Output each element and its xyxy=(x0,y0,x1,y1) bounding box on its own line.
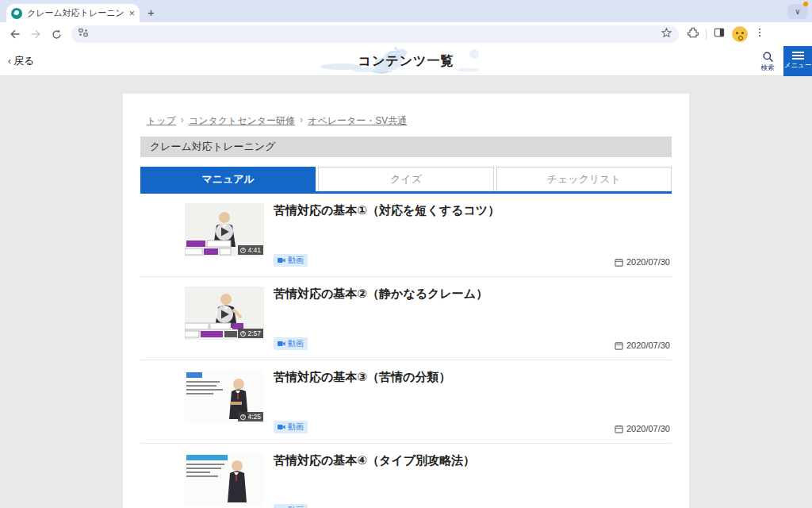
video-camera-icon xyxy=(278,341,285,347)
search-label: 検索 xyxy=(761,64,775,73)
publish-date: 2020/07/30 xyxy=(615,341,672,350)
new-tab-button[interactable]: + xyxy=(147,6,155,19)
video-type-badge: 動画 xyxy=(274,337,308,350)
video-title[interactable]: 苦情対応の基本④（タイプ別攻略法） xyxy=(274,453,672,468)
page-body: トップ › コンタクトセンター研修 › オペレーター・SV共通 クレーム対応トレ… xyxy=(0,76,812,508)
breadcrumb-separator: › xyxy=(181,114,184,128)
content-list-item[interactable]: 4:41 苦情対応の基本①（対応を短くするコツ） 動画 2020/07/30 xyxy=(140,194,672,277)
publish-date: 2020/07/30 xyxy=(615,257,672,267)
header-title-area: コンテンツ一覧 xyxy=(0,46,812,76)
toolbar-divider xyxy=(706,29,707,40)
menu-dots-icon[interactable] xyxy=(754,27,765,41)
content-list-item[interactable]: 2:57 苦情対応の基本②（静かなるクレーム） 動画 2020/07/30 xyxy=(140,277,672,360)
breadcrumb-link-top[interactable]: トップ xyxy=(147,114,176,128)
clock-icon xyxy=(240,331,246,337)
address-bar[interactable] xyxy=(71,25,679,43)
video-thumbnail[interactable]: 4:41 xyxy=(185,203,264,256)
site-settings-icon[interactable] xyxy=(78,27,89,41)
browser-tab[interactable]: クレーム対応トレーニング × xyxy=(6,4,140,22)
video-thumbnail[interactable]: 4:25 xyxy=(185,370,264,423)
bookmark-star-icon[interactable] xyxy=(661,27,672,42)
side-panel-icon[interactable] xyxy=(713,26,726,42)
video-title[interactable]: 苦情対応の基本③（苦情の分類） xyxy=(274,370,672,385)
page-title-bar: クレーム対応トレーニング xyxy=(140,137,672,157)
tab-close-icon[interactable]: × xyxy=(128,8,135,18)
page-title: クレーム対応トレーニング xyxy=(150,140,275,154)
video-title[interactable]: 苦情対応の基本②（静かなるクレーム） xyxy=(274,287,672,302)
notification-dot xyxy=(803,2,808,6)
calendar-icon xyxy=(615,258,623,267)
content-tabs: マニュアル クイズ チェックリスト xyxy=(140,167,672,194)
publish-date: 2020/07/30 xyxy=(615,424,672,433)
reload-icon[interactable] xyxy=(46,24,67,44)
duration-badge: 4:41 xyxy=(238,245,263,255)
menu-label: メニュー xyxy=(784,61,812,71)
clock-icon xyxy=(240,414,246,420)
video-thumbnail[interactable] xyxy=(185,453,264,506)
hamburger-icon xyxy=(792,52,804,60)
browser-tab-title: クレーム対応トレーニング xyxy=(27,7,124,19)
video-thumbnail[interactable]: 2:57 xyxy=(185,287,264,340)
video-type-badge: 動画 xyxy=(274,421,308,433)
duration-badge: 4:25 xyxy=(238,412,263,421)
site-favicon xyxy=(11,8,22,19)
video-title[interactable]: 苦情対応の基本①（対応を短くするコツ） xyxy=(274,203,672,218)
extensions-icon[interactable] xyxy=(687,26,699,42)
calendar-icon xyxy=(615,341,623,350)
browser-toolbar xyxy=(0,22,812,46)
video-type-badge: 動画 xyxy=(274,254,308,267)
breadcrumb-link-common[interactable]: オペレーター・SV共通 xyxy=(308,114,407,128)
content-card: トップ › コンタクトセンター研修 › オペレーター・SV共通 クレーム対応トレ… xyxy=(123,94,689,508)
video-type-badge: 動画 xyxy=(274,504,308,508)
tab-manual[interactable]: マニュアル xyxy=(140,167,316,191)
duration-badge: 2:57 xyxy=(238,329,263,338)
menu-button[interactable]: メニュー xyxy=(783,46,812,76)
video-camera-icon xyxy=(278,257,285,264)
profile-avatar[interactable] xyxy=(732,26,748,42)
breadcrumb-link-training[interactable]: コンタクトセンター研修 xyxy=(189,114,295,128)
search-button[interactable]: 検索 xyxy=(755,48,780,75)
tab-quiz[interactable]: クイズ xyxy=(318,167,493,191)
clock-icon xyxy=(240,248,246,253)
video-camera-icon xyxy=(278,424,285,430)
page-header-title: コンテンツ一覧 xyxy=(358,53,454,70)
tab-checklist[interactable]: チェックリスト xyxy=(496,167,672,191)
content-list-item[interactable]: 苦情対応の基本④（タイプ別攻略法） 動画 xyxy=(140,444,672,508)
forward-icon[interactable] xyxy=(25,24,46,44)
site-header: ‹ 戻る コンテンツ一覧 検索 メニュー xyxy=(0,46,812,76)
breadcrumb: トップ › コンタクトセンター研修 › オペレーター・SV共通 xyxy=(140,114,672,128)
back-icon[interactable] xyxy=(5,24,25,44)
content-list-item[interactable]: 4:25 苦情対応の基本③（苦情の分類） 動画 2020/07/30 xyxy=(140,360,672,444)
browser-tabstrip: クレーム対応トレーニング × + ∨ xyxy=(0,0,812,22)
breadcrumb-separator: › xyxy=(300,114,303,128)
calendar-icon xyxy=(615,425,623,433)
search-icon xyxy=(762,51,774,63)
